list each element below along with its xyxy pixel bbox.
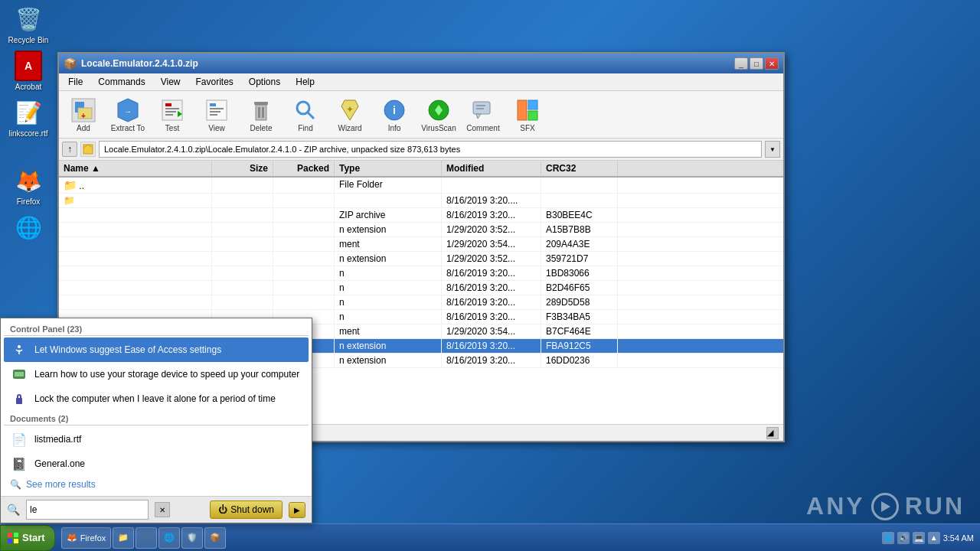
col-header-modified[interactable]: Modified (442, 161, 541, 176)
file-packed (273, 208, 335, 222)
close-button[interactable]: ✕ (765, 57, 779, 70)
file-row[interactable]: n 8/16/2019 3:20... B2D46F65 (59, 281, 783, 295)
file-crc: B2D46F65 (541, 281, 618, 295)
file-type: n extension (335, 252, 442, 266)
toolbar-delete[interactable]: Delete (240, 94, 283, 135)
add-label: Add (77, 124, 90, 132)
linkscore-label: linkscore.rtf (8, 129, 47, 138)
menu-options[interactable]: Options (243, 75, 286, 89)
see-more-label: See more results (26, 479, 96, 490)
add-icon: + (70, 96, 97, 124)
taskbar-app-security[interactable]: 🛡️ (181, 527, 203, 549)
menu-favorites[interactable]: Favorites (190, 75, 240, 89)
minimize-button[interactable]: _ (734, 57, 748, 70)
taskbar-app-media[interactable]: 🎵 (136, 527, 157, 549)
col-header-crc[interactable]: CRC32 (541, 161, 618, 176)
view-label: View (208, 124, 225, 132)
menu-view[interactable]: View (155, 75, 187, 89)
toolbar-find[interactable]: Find (284, 94, 327, 135)
back-button[interactable]: ↑ (62, 142, 77, 157)
file-row[interactable]: n extension 1/29/2020 3:52... A15B7B8B (59, 223, 783, 237)
svg-rect-19 (262, 107, 264, 118)
address-field[interactable]: Locale.Emulator.2.4.1.0.zip\Locale.Emula… (99, 141, 762, 158)
col-header-type[interactable]: Type (335, 161, 442, 176)
resize-handle[interactable]: ◢ (766, 427, 779, 439)
svg-line-21 (308, 112, 314, 119)
toolbar-info[interactable]: i Info (373, 94, 416, 135)
file-row[interactable]: n 8/16/2019 3:20... 289D5D58 (59, 295, 783, 310)
start-item-general[interactable]: 📓 General.one (4, 452, 309, 476)
desktop-icon-chrome[interactable]: 🌐 (4, 212, 53, 244)
toolbar-wizard[interactable]: ✦ Wizard (328, 94, 371, 135)
file-row[interactable]: n extension 1/29/2020 3:52... 359721D7 (59, 252, 783, 266)
col-header-size[interactable]: Size (212, 161, 273, 176)
taskbar-app-firefox[interactable]: 🦊 Firefox (61, 527, 112, 549)
file-type: ment (335, 237, 442, 251)
file-packed (273, 266, 335, 280)
start-item-lock[interactable]: Lock the computer when I leave it alone … (4, 386, 309, 411)
listmedia-text: listmedia.rtf (34, 434, 81, 445)
toolbar-virusscan[interactable]: VirusScan (417, 94, 460, 135)
menu-file[interactable]: File (62, 75, 89, 89)
firefox-label: Firefox (17, 197, 41, 206)
file-row[interactable]: ment 1/29/2020 3:54... 209A4A3E (59, 237, 783, 252)
storage-icon (10, 365, 28, 383)
start-item-storage[interactable]: Learn how to use your storage device to … (4, 362, 309, 386)
file-type: ZIP archive (335, 208, 442, 222)
file-row[interactable]: 📁 8/16/2019 3:20.... (59, 194, 783, 208)
window-titlebar: 📦 Locale.Emulator.2.4.1.0.zip _ □ ✕ (59, 54, 783, 73)
col-header-name[interactable]: Name ▲ (59, 161, 212, 176)
start-item-ease-of-access[interactable]: Let Windows suggest Ease of Access setti… (4, 337, 309, 362)
file-row[interactable]: n 8/16/2019 3:20... 1BD83066 (59, 266, 783, 281)
search-input[interactable] (26, 500, 149, 520)
clock: 3:54 AM (943, 533, 974, 543)
toolbar-add[interactable]: + Add (62, 94, 105, 135)
desktop-icon-acrobat[interactable]: A Acrobat (4, 51, 53, 91)
shutdown-button[interactable]: ⏻ Shut down (210, 500, 283, 519)
see-more-results[interactable]: 🔍 See more results (4, 476, 309, 493)
tray-network-icon[interactable]: 🌐 (882, 532, 894, 544)
toolbar-comment[interactable]: Comment (462, 94, 505, 135)
file-type (335, 194, 442, 207)
file-row[interactable]: ZIP archive 8/16/2019 3:20... B30BEE4C (59, 208, 783, 223)
toolbar-view[interactable]: View (195, 94, 238, 135)
shutdown-icon: ⏻ (218, 504, 227, 515)
address-dropdown[interactable]: ▼ (765, 141, 780, 158)
sfx-label: SFX (520, 124, 534, 132)
taskbar-app-chrome[interactable]: 🌐 (158, 527, 180, 549)
file-name (59, 295, 212, 309)
desktop-icon-firefox[interactable]: 🦊 Firefox (4, 165, 53, 206)
media-taskbar-icon: 🎵 (141, 533, 152, 543)
documents-section-title: Documents (2) (4, 411, 309, 425)
col-header-packed[interactable]: Packed (273, 161, 335, 176)
toolbar-sfx[interactable]: SFX (506, 94, 549, 135)
toolbar-test[interactable]: Test (151, 94, 194, 135)
menu-help[interactable]: Help (289, 75, 321, 89)
menu-commands[interactable]: Commands (92, 75, 151, 89)
maximize-button[interactable]: □ (750, 57, 763, 70)
taskbar-app-folder[interactable]: 📁 (113, 527, 134, 549)
desktop-icon-recycle-bin[interactable]: 🗑️ Recycle Bin (4, 4, 53, 44)
start-item-listmedia[interactable]: 📄 listmedia.rtf (4, 427, 309, 452)
desktop-icon-linkscore[interactable]: 📝 linkscore.rtf (4, 97, 53, 138)
start-button[interactable]: Start (0, 525, 55, 551)
file-crc: 209A4A3E (541, 237, 618, 251)
file-crc: 16DD0236 (541, 354, 618, 367)
file-size (212, 178, 273, 193)
svg-rect-40 (16, 398, 22, 404)
file-modified: 1/29/2020 3:52... (442, 223, 541, 236)
toolbar-extract[interactable]: → Extract To (106, 94, 149, 135)
shutdown-arrow-button[interactable]: ▶ (289, 502, 305, 518)
taskbar-app-winrar[interactable]: 📦 (204, 527, 226, 549)
view-icon (203, 96, 230, 124)
tray-volume-icon[interactable]: 🔊 (897, 532, 910, 544)
file-row[interactable]: 📁 .. File Folder (59, 178, 783, 194)
comment-label: Comment (466, 124, 499, 132)
tray-arrow-icon[interactable]: ▲ (928, 532, 940, 544)
tray-system-icon[interactable]: 💻 (913, 532, 925, 544)
recycle-bin-label: Recycle Bin (8, 36, 49, 44)
start-menu-bottom: 🔍 ✕ ⏻ Shut down ▶ (1, 496, 312, 523)
file-type: n (335, 295, 442, 309)
file-crc: B30BEE4C (541, 208, 618, 222)
search-clear-button[interactable]: ✕ (155, 502, 170, 517)
